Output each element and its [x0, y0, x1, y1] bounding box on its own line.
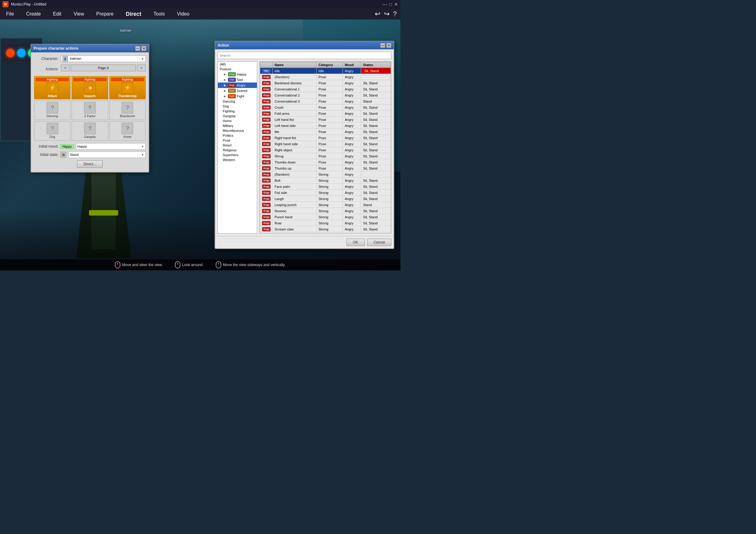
- row-category: Pose: [317, 74, 343, 80]
- search-input[interactable]: [218, 52, 391, 59]
- table-row[interactable]: AngyThumbs downPoseAngrySit, Stand: [260, 159, 391, 165]
- menu-direct[interactable]: Direct: [123, 10, 144, 18]
- prepare-minimize-btn[interactable]: —: [135, 46, 140, 51]
- redo-button[interactable]: ↪: [384, 10, 390, 18]
- tree-item-military[interactable]: Military: [218, 123, 257, 128]
- tree-item-pose[interactable]: Pose: [218, 138, 257, 143]
- action-cell-attack[interactable]: Fighting ⚡ Attack: [34, 76, 70, 99]
- tree-item-scared[interactable]: ▶ Scar Scared: [218, 88, 257, 93]
- table-row[interactable]: Angy(Random)PoseAngry: [260, 74, 391, 80]
- table-row[interactable]: AngyFist sideStrongAngrySit, Stand: [260, 190, 391, 196]
- row-badge: Angy: [262, 124, 271, 128]
- row-states: [361, 74, 391, 80]
- action-cell-boardroom[interactable]: ? Boardroom: [109, 100, 146, 120]
- ok-button[interactable]: OK: [346, 239, 365, 246]
- table-row[interactable]: AngyBoltStrongAngrySit, Stand: [260, 177, 391, 184]
- table-row[interactable]: Angy(Random)StrongAngry: [260, 171, 391, 177]
- tree-item-angry[interactable]: ▶ Angr Angry: [218, 83, 257, 88]
- table-row[interactable]: AngyRoarStrongAngrySit, Stand: [260, 220, 391, 226]
- help-button[interactable]: ?: [393, 10, 397, 18]
- page-next-btn[interactable]: >: [137, 64, 146, 71]
- tree-item-dancing[interactable]: Dancing: [218, 99, 257, 104]
- table-row[interactable]: AngyLaughStrongAngrySit, Stand: [260, 196, 391, 202]
- tree-item-fight[interactable]: ▶ Fight Fight: [218, 93, 257, 99]
- action-cell-thunderclap[interactable]: Fighting ⚡ Thunderclap: [109, 76, 146, 99]
- menu-create[interactable]: Create: [24, 10, 43, 18]
- th-states: States: [361, 62, 391, 68]
- mood-select[interactable]: Happy ▼: [76, 143, 146, 150]
- menu-prepare[interactable]: Prepare: [94, 10, 116, 18]
- tree-item-all[interactable]: (All): [218, 62, 257, 67]
- action-cell-gangsta[interactable]: ? Gangsta: [71, 121, 108, 140]
- row-states: Sit, Stand: [361, 184, 391, 190]
- table-row[interactable]: AngyNoooooStrongAngrySit, Stand: [260, 208, 391, 214]
- minimize-button[interactable]: —: [383, 2, 387, 7]
- table-row[interactable]: AngyLeft hand fistPoseAngrySit, Stand: [260, 116, 391, 123]
- direct-button[interactable]: Direct...: [77, 161, 102, 168]
- action-cell-dog[interactable]: ? Dog: [34, 121, 70, 140]
- table-row[interactable]: AngyShrugPoseAngrySit, Stand: [260, 153, 391, 159]
- table-row[interactable]: AngyConversational 2PoseAngrySit, Stand: [260, 92, 391, 98]
- tree-arrow-angry: ▶: [224, 84, 227, 87]
- row-states: Sit, Stand: [361, 123, 391, 129]
- maximize-button[interactable]: □: [390, 2, 392, 7]
- tree-item-politics[interactable]: Politics: [218, 133, 257, 138]
- table-row[interactable]: AngyRight hand fistPoseAngrySit, Stand: [260, 135, 391, 141]
- table-row[interactable]: AngyPunch handStrongAngrySit, Stand: [260, 214, 391, 220]
- action-minimize-btn[interactable]: —: [380, 43, 385, 48]
- table-row[interactable]: AngyBackhand dismissPoseAngrySit, Stand: [260, 80, 391, 86]
- menu-file[interactable]: File: [4, 10, 16, 18]
- cancel-button[interactable]: Cancel: [367, 239, 391, 246]
- row-badge: Angy: [262, 136, 271, 140]
- tree-item-western[interactable]: Western: [218, 157, 257, 162]
- tree-item-misc[interactable]: Miscellaneous: [218, 128, 257, 133]
- table-row[interactable]: AngyConversational 3PoseAngryStand: [260, 98, 391, 104]
- menu-edit[interactable]: Edit: [51, 10, 64, 18]
- action-cell-impacts[interactable]: Fighting 💥 Impacts: [71, 76, 108, 99]
- action-cell-zfactor[interactable]: ? Z-Factor: [71, 100, 108, 120]
- menu-view[interactable]: View: [71, 10, 86, 18]
- table-row[interactable]: AngyLeft hand sidePoseAngrySit, Stand: [260, 123, 391, 129]
- table-row[interactable]: AngyMePoseAngrySit, Stand: [260, 129, 391, 135]
- action-close-btn[interactable]: ✕: [386, 43, 391, 48]
- menu-video[interactable]: Video: [175, 10, 192, 18]
- tree-item-religious[interactable]: Religious: [218, 148, 257, 153]
- table-row[interactable]: AngyScream clawStrongAngrySit, Stand: [260, 226, 391, 232]
- row-states: Sit, Stand: [361, 159, 391, 165]
- row-mood: Angry: [343, 190, 361, 196]
- tree-item-gangsta[interactable]: Gangsta: [218, 114, 257, 118]
- tree-item-happy[interactable]: ▶ Happ Happy: [218, 71, 257, 77]
- table-row[interactable]: AngyRight objectPoseAngrySit, Stand: [260, 147, 391, 153]
- table-row[interactable]: AngyFace palmStrongAngrySit, Stand: [260, 184, 391, 190]
- action-icon-dancing: ?: [47, 102, 58, 114]
- tree-item-superhero[interactable]: Superhero: [218, 153, 257, 157]
- tree-item-sad[interactable]: ▶ Sad Sad: [218, 77, 257, 83]
- page-prev-btn[interactable]: <: [61, 64, 69, 71]
- undo-button[interactable]: ↩: [375, 10, 380, 18]
- close-button[interactable]: ✕: [394, 2, 398, 7]
- table-scroll[interactable]: Name Category Mood States IdleIdleIdleAn…: [259, 62, 391, 234]
- tree-item-react[interactable]: React: [218, 143, 257, 148]
- table-row[interactable]: AngyConversational 1PoseAngrySit, Stand: [260, 86, 391, 92]
- action-cell-home[interactable]: ? Home: [109, 121, 146, 140]
- table-row[interactable]: AngyLeaping punchStrongAngryStand: [260, 202, 391, 208]
- row-category: Pose: [317, 80, 343, 86]
- action-label-gangsta: Gangsta: [84, 135, 96, 139]
- state-select[interactable]: Stand ▼: [68, 151, 146, 158]
- tree-item-dog[interactable]: Dog: [218, 104, 257, 109]
- table-row[interactable]: AngyCrushPoseAngrySit, Stand: [260, 104, 391, 111]
- menu-tools[interactable]: Tools: [151, 10, 167, 18]
- tree-item-home[interactable]: Home: [218, 118, 257, 123]
- table-row[interactable]: AngyRight hand sidePoseAngrySit, Stand: [260, 141, 391, 147]
- table-row[interactable]: AngyShake fistStrongAngrySit, Stand: [260, 232, 391, 234]
- action-cell-dancing[interactable]: ? Dancing: [34, 100, 70, 120]
- tree-item-fighting[interactable]: Fighting: [218, 109, 257, 114]
- table-row[interactable]: AngyFold armsPoseAngrySit, Stand: [260, 111, 391, 116]
- table-row[interactable]: AngyThumbs upPoseAngrySit, Stand: [260, 165, 391, 171]
- action-label-boardroom: Boardroom: [120, 114, 135, 118]
- prepare-close-btn[interactable]: ✕: [141, 46, 146, 51]
- row-name: Left hand side: [273, 123, 317, 129]
- character-select[interactable]: 👤 batman ▼: [61, 55, 146, 62]
- tree-item-posture[interactable]: Posture: [218, 67, 257, 71]
- table-row[interactable]: IdleIdleIdleAngrySit, Stand: [260, 68, 391, 74]
